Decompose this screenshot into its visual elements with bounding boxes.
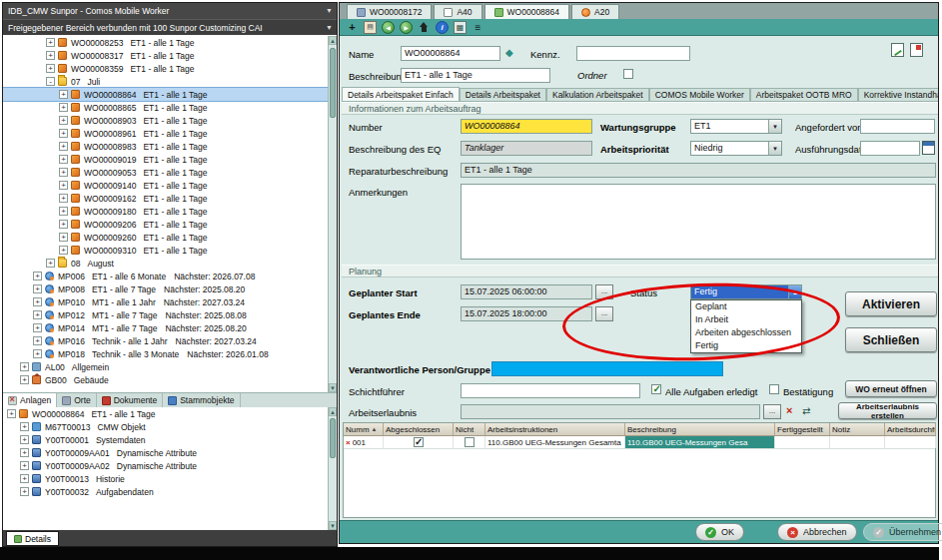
- tree-item-AL00[interactable]: +AL00Allgemein: [3, 360, 328, 373]
- tree-item-MP014[interactable]: +MP014MT1 - alle 7 TageNächster: 2025.08…: [3, 321, 328, 334]
- uebernehmen-button[interactable]: ✓ Übernehmen: [863, 523, 942, 541]
- expander-icon[interactable]: +: [7, 409, 16, 418]
- wo-erneut-oeffnen-button[interactable]: WO erneut öffnen: [845, 380, 937, 397]
- scrollbar-thumb[interactable]: [330, 418, 336, 458]
- tab-comos-mobile-worker[interactable]: COMOS Mobile Worker: [649, 88, 750, 101]
- tree-item-WO00009140[interactable]: +WO00009140ET1 - alle 1 Tage: [3, 179, 328, 192]
- expander-icon[interactable]: +: [59, 116, 68, 125]
- ausfuehrung-input[interactable]: [860, 141, 920, 156]
- edit-document-icon[interactable]: [891, 43, 904, 57]
- dropdown-arrow-icon[interactable]: ▼: [768, 142, 781, 155]
- expander-icon[interactable]: +: [20, 448, 29, 457]
- expander-icon[interactable]: +: [59, 155, 68, 164]
- tree-item-Y00T00009AA01[interactable]: +Y00T00009AA01Dynamische Attribute: [3, 446, 328, 459]
- list-icon[interactable]: ≡: [471, 21, 484, 34]
- expander-icon[interactable]: +: [46, 259, 55, 268]
- column-header-beschreibung[interactable]: Beschreibung: [625, 423, 775, 435]
- tree-item-MP006[interactable]: +MP006ET1 - alle 6 MonateNächster: 2026.…: [3, 270, 328, 282]
- arbeitserlaubnis-browse-button[interactable]: ...: [763, 404, 781, 419]
- expander-icon[interactable]: +: [59, 181, 68, 190]
- tab-details-arbeitspaket-einfach[interactable]: Details Arbeitspaket Einfach: [342, 87, 460, 101]
- tree-item-WO00009180[interactable]: +WO00009180ET1 - alle 1 Tage: [3, 205, 328, 218]
- info-icon[interactable]: i: [436, 21, 449, 34]
- scroll-up-icon[interactable]: ▲: [329, 407, 337, 416]
- expander-icon[interactable]: +: [33, 272, 42, 280]
- nav-tab-dokumente[interactable]: Dokumente: [97, 393, 163, 407]
- expander-icon[interactable]: -: [46, 77, 55, 86]
- status-option-in-arbeit[interactable]: In Arbeit: [691, 313, 801, 326]
- doc-tab-a40[interactable]: A40: [434, 4, 481, 19]
- ordner-checkbox[interactable]: [623, 69, 633, 79]
- document-flag-icon[interactable]: [910, 43, 923, 57]
- nav-tab-orte[interactable]: Orte: [57, 393, 97, 407]
- tree-item-MP016[interactable]: +MP016Technik - alle 1 JahrNächster: 202…: [3, 334, 328, 347]
- angefordert-input[interactable]: [860, 119, 935, 134]
- wartungsgruppe-combo[interactable]: ET1 ▼: [690, 119, 782, 134]
- expander-icon[interactable]: +: [20, 487, 29, 496]
- dropdown-arrow-icon[interactable]: ▼: [768, 120, 781, 133]
- start-browse-button[interactable]: ...: [595, 284, 613, 299]
- expander-icon[interactable]: +: [20, 422, 29, 431]
- arbeitserlaubnis-field[interactable]: [461, 404, 760, 419]
- status-option-arbeiten-abgeschlossen[interactable]: Arbeiten abgeschlossen: [691, 326, 801, 339]
- ok-button[interactable]: ✓ OK: [695, 523, 744, 541]
- doc-tab-wo00008172[interactable]: WO00008172: [347, 4, 432, 19]
- expander-icon[interactable]: +: [20, 375, 29, 384]
- number-field[interactable]: WO00008864: [461, 119, 592, 134]
- expander-icon[interactable]: +: [20, 474, 29, 483]
- expander-icon[interactable]: +: [59, 207, 68, 216]
- expander-icon[interactable]: +: [20, 362, 29, 371]
- tree-item-WO00009019[interactable]: +WO00009019ET1 - alle 1 Tage: [3, 153, 328, 166]
- expander-icon[interactable]: +: [59, 246, 68, 255]
- tree-item-WO00008961[interactable]: +WO00008961ET1 - alle 1 Tage: [3, 127, 328, 140]
- kennz-input[interactable]: [576, 46, 690, 61]
- dropdown-arrow-icon[interactable]: ▲: [788, 285, 801, 298]
- geplanter-start-field[interactable]: 15.07.2025 06:00:00: [461, 284, 592, 299]
- tree-item-WO00009310[interactable]: +WO00009310ET1 - alle 1 Tage: [3, 244, 328, 257]
- scroll-up-icon[interactable]: ▲: [329, 36, 337, 45]
- calendar-icon[interactable]: [922, 141, 935, 155]
- tree-item-WO00008983[interactable]: +WO00008983ET1 - alle 1 Tage: [3, 140, 328, 153]
- tree-item-Y00T00009AA02[interactable]: +Y00T00009AA02Dynamische Attribute: [3, 459, 328, 472]
- tree-item-WO00009162[interactable]: +WO00009162ET1 - alle 1 Tage: [3, 192, 328, 205]
- column-header-arbeitsinstruktionen[interactable]: Arbeitsinstruktionen: [485, 423, 625, 435]
- tab-kalkulation-arbeitspaket[interactable]: Kalkulation Arbeitspaket: [546, 88, 649, 101]
- status-option-fertig[interactable]: Fertig: [691, 339, 801, 352]
- tree-item-MP008[interactable]: +MP008ET1 - alle 7 TageNächster: 2025.08…: [3, 282, 328, 295]
- table-row[interactable]: ×001110.GB00 UEG-Messungen Gesamta110.GB…: [344, 436, 935, 449]
- expander-icon[interactable]: +: [59, 220, 68, 229]
- verantwortlich-field[interactable]: [491, 361, 723, 376]
- expander-icon[interactable]: +: [20, 461, 29, 470]
- schichtfuehrer-input[interactable]: [461, 383, 640, 398]
- layer-caret-icon[interactable]: ▼: [326, 20, 333, 35]
- tab-details-arbeitspaket[interactable]: Details Arbeitspaket: [460, 88, 546, 101]
- tab-details[interactable]: Details: [6, 531, 59, 546]
- expander-icon[interactable]: +: [59, 90, 68, 99]
- nicht-checkbox[interactable]: [465, 437, 474, 447]
- beschreibung-input[interactable]: ET1 - alle 1 Tage: [401, 68, 550, 83]
- tree-item-WO00008359[interactable]: +WO00008359ET1 - alle 1 Tage: [3, 62, 328, 75]
- tree-item-Y00T00001[interactable]: +Y00T00001Systemdaten: [3, 433, 328, 446]
- row-x-icon[interactable]: ×: [346, 438, 351, 447]
- column-header-nicht[interactable]: Nicht: [454, 423, 485, 435]
- delete-x-icon[interactable]: ×: [786, 404, 792, 416]
- column-header-abgeschlossen[interactable]: Abgeschlossen: [384, 423, 454, 435]
- expander-icon[interactable]: +: [46, 64, 55, 73]
- reparatur-field[interactable]: ET1 - alle 1 Tage: [461, 163, 936, 178]
- column-header-notiz[interactable]: Notiz: [830, 423, 885, 435]
- anmerkungen-textarea[interactable]: [461, 184, 936, 260]
- home-icon[interactable]: [418, 21, 431, 34]
- expander-icon[interactable]: +: [33, 349, 42, 358]
- transfer-arrows-icon[interactable]: ⇄: [802, 405, 810, 416]
- alle-aufgaben-checkbox[interactable]: [651, 384, 661, 394]
- expander-icon[interactable]: +: [59, 168, 68, 177]
- expander-icon[interactable]: +: [59, 103, 68, 112]
- tree-item-07[interactable]: -07Juli: [3, 75, 328, 88]
- tree-item-WO00008864[interactable]: +WO00008864ET1 - alle 1 Tage: [3, 407, 328, 420]
- scroll-down-icon[interactable]: ▼: [329, 383, 337, 392]
- expander-icon[interactable]: +: [33, 336, 42, 345]
- status-combo[interactable]: Fertig ▲: [690, 284, 802, 299]
- doc-tab-wo00008864[interactable]: WO00008864: [484, 4, 569, 19]
- tree-item-WO00009260[interactable]: +WO00009260ET1 - alle 1 Tage: [3, 231, 328, 244]
- aktivieren-button[interactable]: Aktivieren: [845, 291, 937, 316]
